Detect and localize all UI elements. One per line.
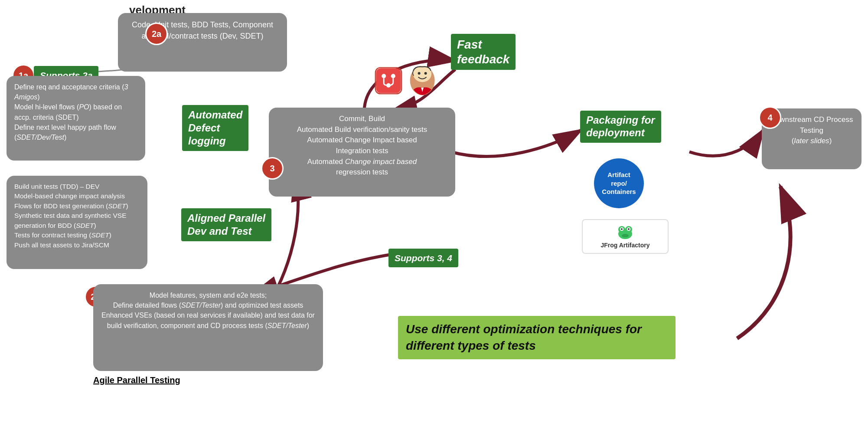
- git-icon: [373, 65, 404, 96]
- svg-point-14: [424, 72, 427, 75]
- badge-2a: 2a: [145, 23, 168, 45]
- git-jenkins-icons: [373, 64, 437, 97]
- box-development-code: Code, Unit tests, BDD Tests, Component a…: [118, 13, 287, 72]
- badge-4: 4: [759, 106, 781, 129]
- jenkins-icon: [408, 64, 437, 97]
- box-1a-define-req: Define req and acceptance criteria (3 Am…: [7, 76, 145, 161]
- box-2b-model-features: Model features, system and e2e tests; De…: [93, 284, 323, 371]
- svg-point-20: [621, 228, 623, 230]
- label-optimization: Use different optimization techniques fo…: [398, 316, 675, 359]
- jfrog-box: JFrog Artifactory: [582, 219, 669, 254]
- badge-3: 3: [261, 157, 284, 180]
- svg-point-7: [391, 74, 395, 78]
- svg-point-21: [628, 228, 630, 230]
- bottom-label-agile: Agile Parallel Testing: [93, 375, 180, 385]
- svg-point-6: [382, 74, 386, 78]
- artifact-circle: Artifactrepo/Containers: [594, 158, 644, 208]
- label-automated-defect: AutomatedDefectlogging: [182, 105, 248, 151]
- label-packaging: Packaging fordeployment: [580, 111, 661, 143]
- label-fast-feedback: Fastfeedback: [451, 34, 516, 70]
- svg-point-13: [418, 72, 421, 75]
- label-supports-3-4: Supports 3, 4: [388, 249, 458, 267]
- svg-point-22: [622, 234, 629, 237]
- jfrog-icon: [617, 224, 634, 240]
- box-3-commit-build: Commit, Build Automated Build verificati…: [269, 108, 455, 197]
- jfrog-label: JFrog Artifactory: [600, 242, 649, 249]
- label-aligned-parallel: Aligned ParallelDev and Test: [181, 208, 271, 241]
- box-1b-build-unit: Build unit tests (TDD) – DEV Model-based…: [7, 176, 147, 269]
